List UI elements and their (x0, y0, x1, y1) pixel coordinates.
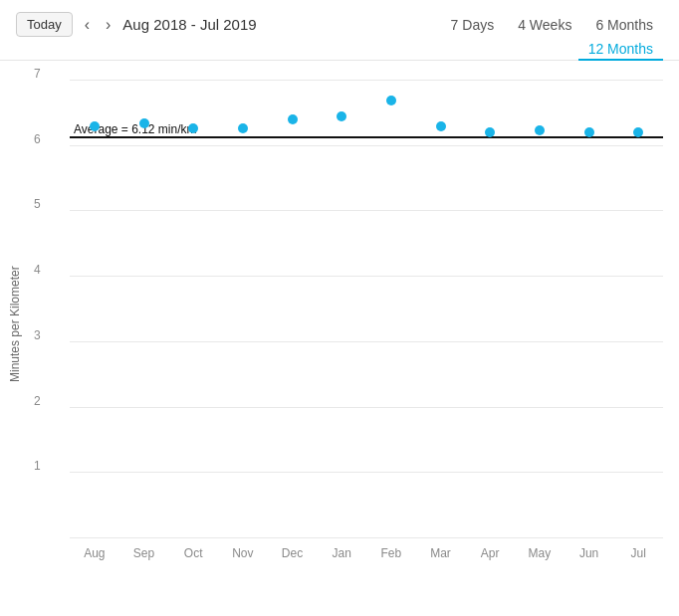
grid-line: 3 (70, 341, 663, 342)
x-tick-label: Aug (70, 546, 119, 560)
date-range: Aug 2018 - Jul 2019 (122, 16, 256, 33)
grid-line: 4 (70, 276, 663, 277)
grid-line: 2 (70, 407, 663, 408)
active-tab-row: 12 Months (0, 37, 679, 61)
y-tick-label: 3 (34, 328, 41, 342)
grid-area: 1234567Average = 6.12 min/km (70, 81, 663, 538)
chart-area: Minutes per Kilometer 1234567Average = 6… (0, 61, 679, 588)
data-point[interactable] (436, 121, 446, 131)
y-tick-label: 1 (34, 459, 41, 473)
x-tick-label: Sep (119, 546, 169, 560)
tab-4weeks[interactable]: 4 Weeks (508, 13, 581, 37)
grid-line: 7 (70, 80, 663, 81)
x-tick-label: Feb (366, 546, 416, 560)
x-tick-label: May (515, 546, 565, 560)
tab-6months[interactable]: 6 Months (585, 13, 663, 37)
y-axis-label: Minutes per Kilometer (0, 71, 30, 578)
y-tick-label: 7 (34, 67, 41, 81)
data-point[interactable] (337, 111, 346, 121)
y-tick-label: 6 (34, 132, 41, 146)
tab-7days[interactable]: 7 Days (441, 13, 505, 37)
average-line (70, 136, 663, 138)
x-tick-label: Nov (218, 546, 268, 560)
data-point[interactable] (139, 118, 149, 128)
today-button[interactable]: Today (16, 12, 73, 37)
x-tick-label: Mar (416, 546, 466, 560)
grid-line: 5 (70, 210, 663, 211)
next-button[interactable]: › (102, 14, 114, 36)
header: Today ‹ › Aug 2018 - Jul 2019 7 Days 4 W… (0, 0, 679, 37)
data-point[interactable] (535, 125, 545, 135)
data-point[interactable] (288, 114, 298, 124)
data-point[interactable] (584, 127, 594, 137)
grid-line: 6 (70, 145, 663, 146)
x-tick-label: Apr (465, 546, 515, 560)
y-tick-label: 2 (34, 394, 41, 408)
prev-button[interactable]: ‹ (81, 14, 94, 36)
tab-12months[interactable]: 12 Months (578, 37, 663, 61)
grid-line: 1 (70, 472, 663, 473)
y-tick-label: 4 (34, 263, 41, 277)
data-point[interactable] (238, 123, 248, 133)
data-point[interactable] (188, 123, 198, 133)
x-tick-label: Jun (565, 546, 614, 560)
x-tick-label: Oct (168, 546, 218, 560)
chart-inner: 1234567Average = 6.12 min/km AugSepOctNo… (30, 71, 663, 578)
period-tabs: 7 Days 4 Weeks 6 Months (441, 13, 663, 37)
x-axis: AugSepOctNovDecJanFebMarAprMayJunJul (70, 538, 663, 578)
x-tick-label: Jul (613, 546, 663, 560)
data-point[interactable] (386, 96, 396, 105)
y-tick-label: 5 (34, 197, 41, 211)
data-point[interactable] (633, 127, 643, 137)
x-tick-label: Dec (268, 546, 318, 560)
data-point[interactable] (90, 121, 100, 131)
x-tick-label: Jan (317, 546, 366, 560)
data-point[interactable] (485, 127, 495, 137)
